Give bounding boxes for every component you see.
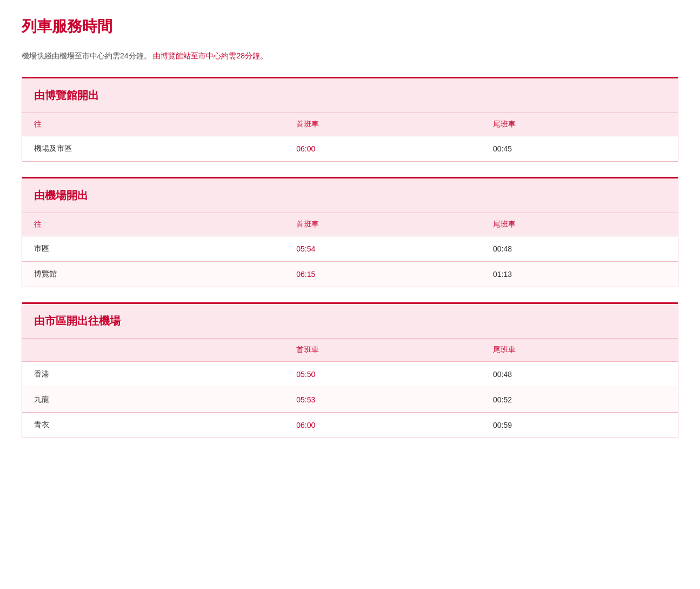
cell-destination: 香港 (22, 362, 284, 387)
col-header-destination: 往 (22, 113, 284, 136)
table-container-from-exhibition: 往首班車尾班車機場及市區06:0000:45 (22, 113, 678, 161)
cell-last-train: 01:13 (481, 262, 678, 287)
intro-link[interactable]: 由博覽館站至市中心約需28分鐘。 (153, 51, 268, 60)
table-header-row: 往首班車尾班車 (22, 213, 678, 236)
cell-last-train: 00:45 (481, 136, 678, 162)
table-row: 九龍05:5300:52 (22, 387, 678, 413)
section-from-airport: 由機場開出往首班車尾班車市區05:5400:48博覽館06:1501:13 (22, 177, 678, 287)
sections-container: 由博覽館開出往首班車尾班車機場及市區06:0000:45由機場開出往首班車尾班車… (22, 77, 678, 438)
cell-destination: 機場及市區 (22, 136, 284, 162)
table-row: 香港05:5000:48 (22, 362, 678, 387)
col-header-last_train: 尾班車 (481, 113, 678, 136)
table-from-exhibition: 往首班車尾班車機場及市區06:0000:45 (22, 113, 678, 161)
cell-first-train: 06:00 (284, 136, 481, 162)
section-header-from-airport: 由機場開出 (22, 178, 678, 213)
section-from-city: 由市區開出往機場首班車尾班車香港05:5000:48九龍05:5300:52青衣… (22, 302, 678, 438)
col-header-destination (22, 339, 284, 362)
col-header-first_train: 首班車 (284, 113, 481, 136)
col-header-first_train: 首班車 (284, 213, 481, 236)
section-header-from-city: 由市區開出往機場 (22, 304, 678, 339)
cell-first-train: 06:00 (284, 413, 481, 438)
table-header-row: 首班車尾班車 (22, 339, 678, 362)
cell-first-train: 05:53 (284, 387, 481, 413)
cell-first-train: 06:15 (284, 262, 481, 287)
cell-destination: 青衣 (22, 413, 284, 438)
col-header-last_train: 尾班車 (481, 213, 678, 236)
table-header-row: 往首班車尾班車 (22, 113, 678, 136)
section-title-from-exhibition: 由博覽館開出 (34, 88, 666, 103)
section-from-exhibition: 由博覽館開出往首班車尾班車機場及市區06:0000:45 (22, 77, 678, 162)
cell-destination: 博覽館 (22, 262, 284, 287)
table-row: 市區05:5400:48 (22, 236, 678, 262)
intro-prefix: 機場快綫由機場至市中心約需24分鐘。 (22, 51, 151, 60)
col-header-destination: 往 (22, 213, 284, 236)
section-title-from-airport: 由機場開出 (34, 188, 666, 203)
table-row: 青衣06:0000:59 (22, 413, 678, 438)
cell-first-train: 05:50 (284, 362, 481, 387)
cell-destination: 市區 (22, 236, 284, 262)
cell-last-train: 00:59 (481, 413, 678, 438)
cell-destination: 九龍 (22, 387, 284, 413)
cell-last-train: 00:52 (481, 387, 678, 413)
table-row: 博覽館06:1501:13 (22, 262, 678, 287)
cell-first-train: 05:54 (284, 236, 481, 262)
section-title-from-city: 由市區開出往機場 (34, 314, 666, 328)
table-container-from-airport: 往首班車尾班車市區05:5400:48博覽館06:1501:13 (22, 213, 678, 287)
col-header-first_train: 首班車 (284, 339, 481, 362)
table-from-city: 首班車尾班車香港05:5000:48九龍05:5300:52青衣06:0000:… (22, 339, 678, 438)
section-header-from-exhibition: 由博覽館開出 (22, 78, 678, 113)
col-header-last_train: 尾班車 (481, 339, 678, 362)
table-from-airport: 往首班車尾班車市區05:5400:48博覽館06:1501:13 (22, 213, 678, 287)
cell-last-train: 00:48 (481, 362, 678, 387)
table-container-from-city: 首班車尾班車香港05:5000:48九龍05:5300:52青衣06:0000:… (22, 339, 678, 438)
table-row: 機場及市區06:0000:45 (22, 136, 678, 162)
intro-text: 機場快綫由機場至市中心約需24分鐘。 由博覽館站至市中心約需28分鐘。 (22, 50, 678, 62)
page-title: 列車服務時間 (22, 16, 678, 37)
cell-last-train: 00:48 (481, 236, 678, 262)
